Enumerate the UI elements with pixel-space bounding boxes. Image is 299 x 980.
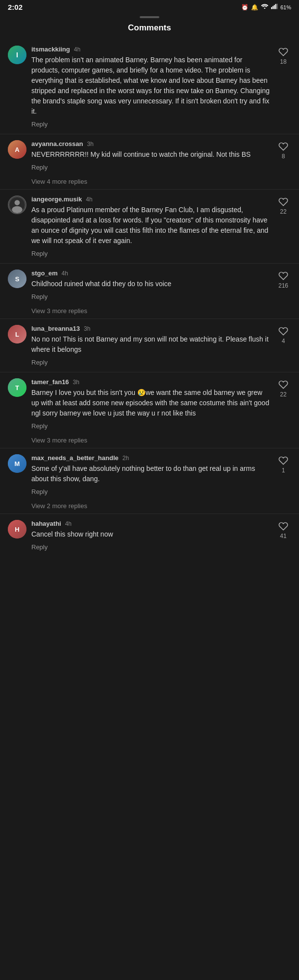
- mute-icon: 🔔: [251, 4, 258, 11]
- timestamp: 4h: [65, 520, 72, 527]
- heart-icon[interactable]: [278, 47, 289, 57]
- comment-main: S stgo_em 4h Childhood ruined what did t…: [8, 270, 291, 304]
- like-section: 18: [275, 46, 291, 65]
- wifi-icon: [261, 3, 269, 11]
- heart-icon[interactable]: [278, 326, 289, 337]
- comment-text: Barney I love you but this isn't you 😢we…: [31, 388, 271, 418]
- like-count: 22: [280, 391, 286, 398]
- reply-button[interactable]: Reply: [31, 293, 48, 300]
- comment-block: L luna_breanna13 3h No no no! This is no…: [0, 319, 299, 372]
- view-replies-button[interactable]: View 2 more replies: [8, 499, 291, 512]
- svg-text:A: A: [15, 146, 20, 153]
- like-section: 4: [275, 325, 291, 344]
- comment-block: I itsmackkiing 4h The problem isn't an a…: [0, 40, 299, 134]
- comment-header: tamer_fan16 3h: [31, 378, 271, 386]
- battery-icon: 61%: [280, 4, 291, 10]
- like-section: 22: [275, 378, 291, 398]
- comment-header: avyanna.crossan 3h: [31, 140, 271, 147]
- username: tamer_fan16: [31, 378, 69, 386]
- reply-button[interactable]: Reply: [31, 250, 48, 257]
- like-count: 1: [282, 467, 285, 474]
- svg-text:M: M: [15, 460, 20, 467]
- avatar: [8, 196, 26, 214]
- comment-main: M max_needs_a_better_handle 2h Some of y…: [8, 454, 291, 499]
- heart-icon[interactable]: [278, 521, 289, 532]
- heart-icon[interactable]: [278, 196, 289, 207]
- comment-block: A avyanna.crossan 3h NEVERRRRRRR!! My ki…: [0, 134, 299, 189]
- heart-icon[interactable]: [278, 379, 289, 390]
- comment-content: max_needs_a_better_handle 2h Some of y'a…: [31, 454, 271, 499]
- username: itsmackkiing: [31, 46, 70, 53]
- avatar: H: [8, 520, 26, 539]
- heart-icon[interactable]: [278, 141, 289, 152]
- comment-content: itsmackkiing 4h The problem isn't an ani…: [31, 46, 271, 132]
- reply-button[interactable]: Reply: [31, 121, 48, 128]
- comment-text: NEVERRRRRRR!! My kid will continue to wa…: [31, 149, 271, 160]
- alarm-icon: ⏰: [241, 4, 249, 11]
- comment-content: stgo_em 4h Childhood ruined what did the…: [31, 270, 271, 304]
- status-icons: ⏰ 🔔 61%: [241, 3, 291, 11]
- timestamp: 3h: [73, 379, 79, 386]
- drag-handle[interactable]: [140, 16, 159, 18]
- comment-main: L luna_breanna13 3h No no no! This is no…: [8, 325, 291, 370]
- username: iangeorge.musik: [31, 196, 82, 203]
- comment-text: As a proud Platinum member of the Barney…: [31, 205, 271, 246]
- like-count: 41: [280, 533, 286, 539]
- svg-rect-3: [275, 4, 276, 9]
- username: avyanna.crossan: [31, 140, 83, 147]
- like-count: 22: [280, 208, 286, 215]
- comment-content: luna_breanna13 3h No no no! This is not …: [31, 325, 271, 370]
- timestamp: 4h: [74, 46, 80, 53]
- comment-main: T tamer_fan16 3h Barney I love you but t…: [8, 378, 291, 434]
- comment-header: stgo_em 4h: [31, 270, 271, 277]
- username: hahayathi: [31, 520, 61, 527]
- comment-header: max_needs_a_better_handle 2h: [31, 454, 271, 462]
- like-count: 4: [282, 338, 285, 344]
- svg-text:I: I: [16, 51, 18, 59]
- comment-block: T tamer_fan16 3h Barney I love you but t…: [0, 372, 299, 448]
- comment-header: iangeorge.musik 4h: [31, 196, 271, 203]
- signal-icon: [271, 3, 278, 11]
- comment-content: hahayathi 4h Cancel this show right now …: [31, 520, 271, 555]
- view-replies-button[interactable]: View 4 more replies: [8, 175, 291, 187]
- timestamp: 2h: [123, 455, 129, 462]
- svg-point-13: [12, 206, 22, 213]
- like-section: 8: [275, 140, 291, 160]
- reply-button[interactable]: Reply: [31, 164, 48, 171]
- status-bar: 2:02 ⏰ 🔔 61%: [0, 0, 299, 13]
- avatar: M: [8, 454, 26, 473]
- username: luna_breanna13: [31, 325, 80, 332]
- svg-text:T: T: [15, 384, 19, 392]
- view-replies-button[interactable]: View 3 more replies: [8, 434, 291, 446]
- like-count: 18: [280, 58, 286, 65]
- svg-text:S: S: [15, 275, 20, 283]
- comment-block: S stgo_em 4h Childhood ruined what did t…: [0, 264, 299, 318]
- timestamp: 3h: [84, 325, 90, 332]
- reply-button[interactable]: Reply: [31, 359, 48, 366]
- svg-text:H: H: [15, 526, 19, 533]
- svg-rect-2: [274, 5, 275, 9]
- comment-content: tamer_fan16 3h Barney I love you but thi…: [31, 378, 271, 434]
- like-count: 8: [282, 153, 285, 160]
- comment-text: Cancel this show right now: [31, 529, 271, 539]
- heart-icon[interactable]: [278, 270, 289, 281]
- comment-block: iangeorge.musik 4h As a proud Platinum m…: [0, 190, 299, 263]
- comment-main: I itsmackkiing 4h The problem isn't an a…: [8, 46, 291, 132]
- comment-header: luna_breanna13 3h: [31, 325, 271, 332]
- comment-header: itsmackkiing 4h: [31, 46, 271, 53]
- heart-icon[interactable]: [278, 455, 289, 466]
- comment-block: M max_needs_a_better_handle 2h Some of y…: [0, 448, 299, 514]
- comment-block: H hahayathi 4h Cancel this show right no…: [0, 514, 299, 557]
- reply-button[interactable]: Reply: [31, 488, 48, 495]
- avatar: S: [8, 270, 26, 288]
- view-replies-button[interactable]: View 3 more replies: [8, 304, 291, 317]
- timestamp: 4h: [61, 270, 68, 277]
- timestamp: 4h: [86, 196, 92, 203]
- reply-button[interactable]: Reply: [31, 422, 48, 430]
- avatar: T: [8, 378, 26, 397]
- like-section: 1: [275, 454, 291, 474]
- page-title: Comments: [0, 23, 299, 40]
- reply-button[interactable]: Reply: [31, 543, 48, 551]
- username: max_needs_a_better_handle: [31, 454, 119, 462]
- timestamp: 3h: [87, 141, 94, 147]
